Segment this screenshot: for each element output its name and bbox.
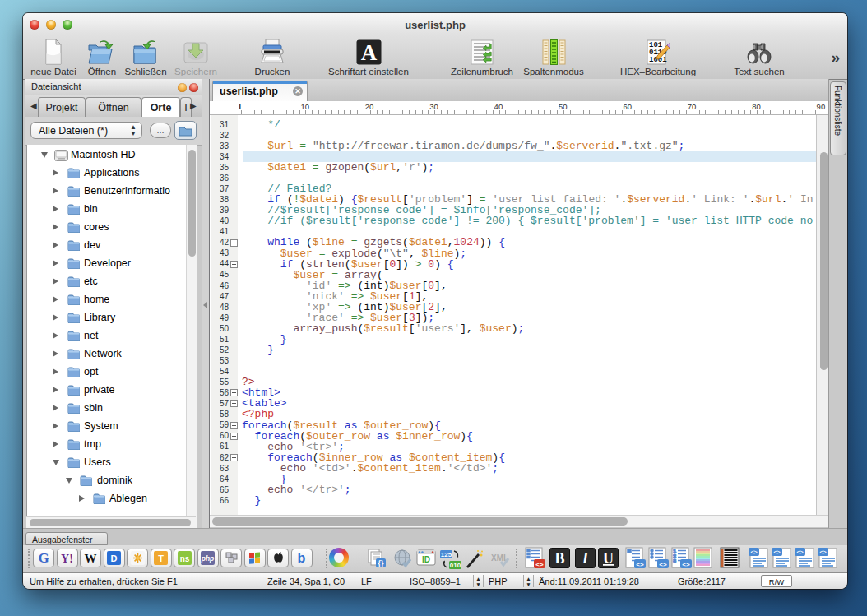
- svg-text:php: php: [201, 554, 214, 563]
- svg-text:<>: <>: [659, 561, 667, 568]
- svg-text:<>: <>: [682, 561, 690, 568]
- svg-text:{}: {}: [378, 559, 384, 567]
- svg-text:<>: <>: [636, 561, 644, 568]
- svg-text:D: D: [111, 553, 118, 563]
- svg-text:ns: ns: [179, 554, 189, 563]
- svg-text:<>: <>: [796, 549, 803, 555]
- svg-text:<>: <>: [773, 549, 780, 555]
- svg-text:010: 010: [450, 562, 461, 569]
- svg-text:<>: <>: [536, 561, 544, 568]
- svg-text:A: A: [360, 40, 377, 65]
- svg-text:ID: ID: [422, 555, 430, 564]
- svg-text:125: 125: [441, 551, 452, 558]
- svg-text:U: U: [603, 550, 614, 567]
- svg-text:<>: <>: [750, 549, 757, 555]
- svg-text:T: T: [158, 553, 164, 563]
- svg-text:B: B: [554, 550, 564, 567]
- svg-text:I: I: [582, 550, 589, 567]
- svg-text:<>: <>: [819, 549, 826, 555]
